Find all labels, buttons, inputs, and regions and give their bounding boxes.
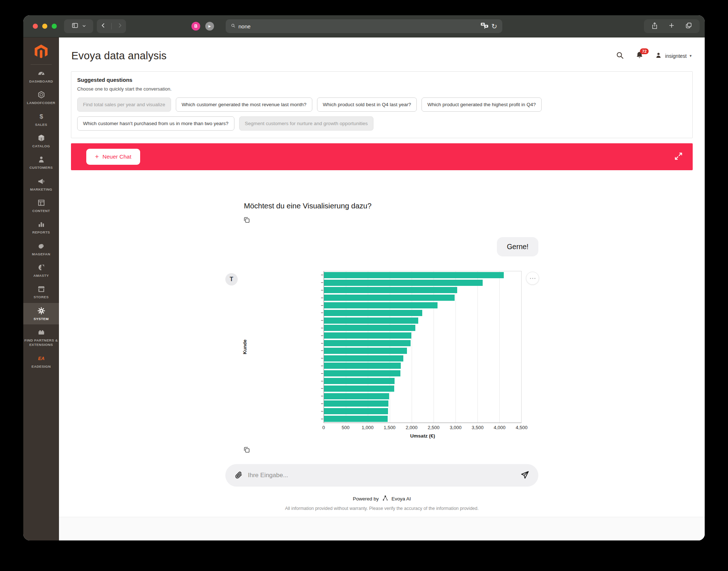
x-tick-label: 3,000: [450, 425, 462, 430]
bar-chart: Kunde 05001,0001,5002,0002,5003,0003,500…: [241, 271, 522, 439]
x-tick-label: 2,000: [405, 425, 418, 430]
send-icon: [521, 471, 529, 480]
suggested-chip-2[interactable]: Which product sold best in Q4 last year?: [317, 97, 417, 112]
chart-bar-row: [324, 407, 521, 415]
sidebar-item-label: FIND PARTNERS & EXTENSIONS: [24, 338, 58, 347]
bell-icon: [635, 55, 644, 61]
sidebar-item-landofcoder[interactable]: LANDOFCODER: [23, 87, 59, 108]
close-window-button[interactable]: [33, 24, 38, 29]
user-icon: [655, 52, 662, 60]
copy-message-button[interactable]: [243, 216, 250, 225]
svg-text:a: a: [40, 265, 43, 270]
play-badge[interactable]: ▶: [205, 22, 214, 31]
sidebar-item-magefan[interactable]: MAGEFAN: [23, 238, 59, 260]
dollar-icon: $: [37, 112, 46, 121]
send-button[interactable]: [521, 471, 529, 480]
sidebar-item-label: STORES: [33, 295, 48, 299]
sidebar-item-content[interactable]: CONTENT: [23, 195, 59, 216]
browser-window: B ▶ none A ↻: [23, 15, 705, 540]
translate-icon[interactable]: A: [480, 22, 488, 30]
magento-logo-icon[interactable]: [33, 43, 50, 60]
tabs-icon[interactable]: [685, 22, 692, 31]
sidebar-item-catalog[interactable]: CATALOG: [23, 130, 59, 152]
reload-icon[interactable]: ↻: [491, 23, 497, 30]
elephant-icon: [37, 242, 46, 250]
sidebar-toggle-group[interactable]: [64, 19, 93, 33]
user-message-row: Gerne!: [225, 237, 538, 256]
notifications-button[interactable]: 72: [635, 51, 644, 61]
sidebar-item-reports[interactable]: REPORTS: [23, 216, 59, 238]
chart-xticks: 05001,0001,5002,0002,5003,0003,5004,0004…: [324, 425, 522, 432]
sidebar-item-dashboard[interactable]: DASHBOARD: [23, 65, 59, 87]
svg-text:EA: EA: [38, 356, 44, 361]
chevron-down-icon[interactable]: [82, 23, 86, 29]
suggested-chip-4[interactable]: Which customer hasn't purchased from us …: [77, 116, 234, 131]
chat-input[interactable]: [248, 472, 515, 479]
back-icon[interactable]: [100, 23, 106, 30]
chart-bar-row: [324, 377, 521, 385]
suggested-chip-1[interactable]: Which customer generated the most revenu…: [176, 97, 312, 112]
x-tick-label: 3,500: [472, 425, 484, 430]
chart-bar-row: [324, 385, 521, 392]
user-menu[interactable]: insigntest ▾: [655, 52, 692, 60]
sidebar-item-customers[interactable]: CUSTOMERS: [23, 152, 59, 173]
sidebar-item-system[interactable]: SYSTEM: [23, 303, 59, 324]
copy-chart-message-button[interactable]: [243, 446, 250, 455]
chart-bar: [324, 370, 400, 376]
profile-badge[interactable]: B: [191, 22, 200, 31]
sidebar-item-eadesign[interactable]: EAEADESIGN: [23, 351, 59, 372]
suggested-questions-subtitle: Choose one to quickly start the conversa…: [77, 86, 687, 92]
new-chat-button[interactable]: + Neuer Chat: [86, 149, 140, 165]
page-title: Evoya data analysis: [71, 50, 167, 62]
disclaimer-text: All information provided without warrant…: [225, 506, 538, 517]
x-tick-label: 500: [342, 425, 350, 430]
chart-bar: [324, 416, 388, 422]
forward-icon[interactable]: [117, 23, 123, 30]
copy-icon: [243, 449, 250, 455]
sidebar-item-stores[interactable]: STORES: [23, 281, 59, 303]
minimize-window-button[interactable]: [42, 24, 47, 29]
eadesign-icon: EA: [37, 354, 46, 363]
zoom-window-button[interactable]: [52, 24, 57, 29]
x-tick-label: 0: [322, 425, 325, 430]
chart-bar-row: [324, 287, 521, 294]
svg-text:$: $: [39, 112, 43, 120]
chart-bar: [324, 272, 504, 278]
suggested-chip-0: Find total sales per year and visualize: [77, 97, 171, 112]
address-bar[interactable]: none A ↻: [226, 19, 502, 33]
expand-chat-button[interactable]: [674, 152, 683, 162]
sidebar-item-marketing[interactable]: MARKETING: [23, 173, 59, 195]
chart-bar-row: [324, 317, 521, 324]
sidebar-toggle-icon[interactable]: [71, 22, 79, 31]
layout-icon: [37, 199, 46, 207]
chart-bar: [324, 408, 388, 414]
new-tab-icon[interactable]: [668, 22, 675, 30]
x-tick-label: 4,000: [494, 425, 506, 430]
sidebar-item-amasty[interactable]: aAMASTY: [23, 260, 59, 281]
traffic-lights: [33, 24, 57, 29]
chart-x-axis-label: Umsatz (€): [324, 433, 522, 439]
hexagon-icon: [37, 91, 46, 99]
share-icon[interactable]: [651, 22, 658, 31]
sidebar-item-label: DASHBOARD: [29, 79, 53, 84]
sidebar-item-label: CATALOG: [32, 144, 50, 148]
magento-sidebar: DASHBOARDLANDOFCODER$SALESCATALOGCUSTOME…: [23, 37, 59, 540]
sidebar-item-sales[interactable]: $SALES: [23, 109, 59, 130]
chart-bar: [324, 340, 411, 346]
caret-down-icon: ▾: [689, 53, 692, 58]
admin-search-icon[interactable]: [616, 51, 624, 61]
url-text[interactable]: none: [238, 23, 250, 29]
sidebar-item-label: LANDOFCODER: [27, 101, 55, 105]
chart-bar-row: [324, 400, 521, 408]
notification-badge: 72: [640, 48, 649, 54]
attach-file-button[interactable]: [234, 471, 242, 480]
sidebar-item-find-partners-extensions[interactable]: FIND PARTNERS & EXTENSIONS: [23, 324, 59, 351]
suggested-chip-3[interactable]: Which product generated the highest prof…: [422, 97, 542, 112]
powered-by-brand: Evoya AI: [392, 496, 411, 502]
x-tick-label: 2,500: [428, 425, 440, 430]
sidebar-item-label: AMASTY: [33, 273, 49, 278]
chart-bar: [324, 363, 401, 369]
chart-bar-row: [324, 324, 521, 332]
message-options-button[interactable]: [526, 272, 539, 285]
assistant-message: Möchtest du eine Visualisierung dazu?: [244, 201, 538, 210]
